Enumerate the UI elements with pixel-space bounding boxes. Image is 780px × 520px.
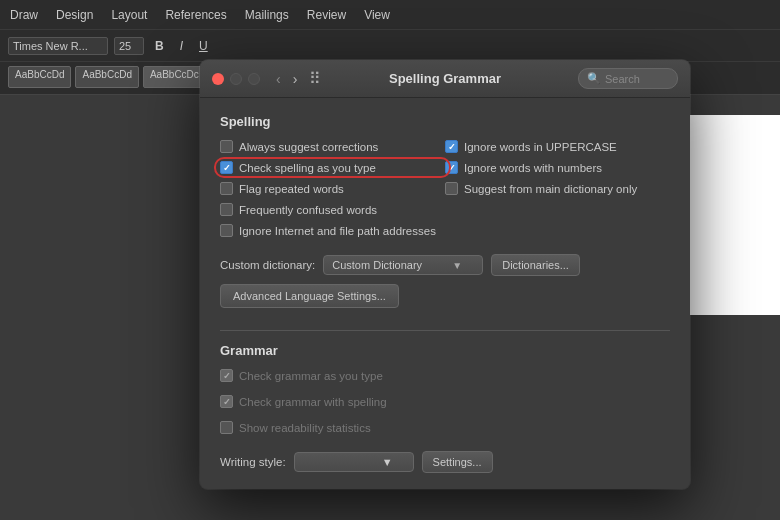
option-ignore-numbers: Ignore words with numbers <box>445 160 670 175</box>
checkbox-always-suggest[interactable] <box>220 140 233 153</box>
dictionaries-button[interactable]: Dictionaries... <box>491 254 580 276</box>
option-confused-words: Frequently confused words <box>220 202 445 217</box>
menu-references[interactable]: References <box>165 8 226 22</box>
menu-view[interactable]: View <box>364 8 390 22</box>
option-ignore-internet: Ignore Internet and file path addresses <box>220 223 445 238</box>
grammar-header: Grammar <box>220 343 670 358</box>
writing-style-row: Writing style: ▼ Settings... <box>220 451 670 473</box>
font-toolbar: B I U <box>0 30 780 62</box>
format-italic[interactable]: I <box>175 37 188 55</box>
traffic-lights <box>212 73 260 85</box>
label-confused-words: Frequently confused words <box>239 204 377 216</box>
checkbox-grammar-spelling[interactable] <box>220 395 233 408</box>
option-grammar-type: Check grammar as you type <box>220 368 670 383</box>
spelling-options-right: Ignore words in UPPERCASE Ignore words w… <box>445 139 670 244</box>
writing-style-select[interactable]: ▼ <box>294 452 414 472</box>
menu-draw[interactable]: Draw <box>10 8 38 22</box>
label-suggest-main-dict: Suggest from main dictionary only <box>464 183 637 195</box>
option-check-spelling: Check spelling as you type <box>220 160 445 175</box>
custom-dict-select[interactable]: Custom Dictionary ▼ <box>323 255 483 275</box>
search-placeholder: Search <box>605 73 640 85</box>
writing-style-label: Writing style: <box>220 456 286 468</box>
dialog-titlebar: ‹ › ⠿ Spelling Grammar 🔍 Search <box>200 60 690 98</box>
custom-dict-label: Custom dictionary: <box>220 259 315 271</box>
checkbox-suggest-main-dict[interactable] <box>445 182 458 195</box>
option-suggest-main-dict: Suggest from main dictionary only <box>445 181 670 196</box>
back-arrow[interactable]: ‹ <box>272 71 285 87</box>
ribbon-menu-bar: Draw Design Layout References Mailings R… <box>0 0 780 30</box>
advanced-language-settings-button[interactable]: Advanced Language Settings... <box>220 284 399 308</box>
spelling-options-left: Always suggest corrections Check spellin… <box>220 139 445 244</box>
label-ignore-uppercase: Ignore words in UPPERCASE <box>464 141 617 153</box>
minimize-button[interactable] <box>230 73 242 85</box>
writing-style-arrow-icon: ▼ <box>382 456 393 468</box>
option-ignore-uppercase: Ignore words in UPPERCASE <box>445 139 670 154</box>
spelling-grammar-dialog: ‹ › ⠿ Spelling Grammar 🔍 Search Spelling… <box>200 60 690 489</box>
option-flag-repeated: Flag repeated words <box>220 181 445 196</box>
checkbox-confused-words[interactable] <box>220 203 233 216</box>
checkbox-ignore-numbers[interactable] <box>445 161 458 174</box>
dict-select-arrow-icon: ▼ <box>452 260 462 271</box>
menu-mailings[interactable]: Mailings <box>245 8 289 22</box>
font-name-input[interactable] <box>8 37 108 55</box>
menu-layout[interactable]: Layout <box>111 8 147 22</box>
search-icon: 🔍 <box>587 72 601 85</box>
checkbox-check-spelling[interactable] <box>220 161 233 174</box>
style-normal[interactable]: AaBbCcDd <box>8 66 71 88</box>
label-readability: Show readability statistics <box>239 422 371 434</box>
label-always-suggest: Always suggest corrections <box>239 141 378 153</box>
label-ignore-numbers: Ignore words with numbers <box>464 162 602 174</box>
nav-arrows: ‹ › <box>272 71 301 87</box>
custom-dictionary-row: Custom dictionary: Custom Dictionary ▼ D… <box>220 254 670 276</box>
maximize-button[interactable] <box>248 73 260 85</box>
grid-icon[interactable]: ⠿ <box>309 69 321 88</box>
checkbox-ignore-uppercase[interactable] <box>445 140 458 153</box>
dialog-content: Spelling Always suggest corrections Chec… <box>200 98 690 489</box>
label-grammar-type: Check grammar as you type <box>239 370 383 382</box>
dialog-title: Spelling Grammar <box>389 71 501 86</box>
close-button[interactable] <box>212 73 224 85</box>
label-flag-repeated: Flag repeated words <box>239 183 344 195</box>
search-box[interactable]: 🔍 Search <box>578 68 678 89</box>
option-readability: Show readability statistics <box>220 420 670 435</box>
format-bold[interactable]: B <box>150 37 169 55</box>
option-always-suggest: Always suggest corrections <box>220 139 445 154</box>
custom-dict-value: Custom Dictionary <box>332 259 422 271</box>
checkbox-ignore-internet[interactable] <box>220 224 233 237</box>
checkbox-grammar-type[interactable] <box>220 369 233 382</box>
menu-design[interactable]: Design <box>56 8 93 22</box>
checkbox-flag-repeated[interactable] <box>220 182 233 195</box>
spelling-options-grid: Always suggest corrections Check spellin… <box>220 139 670 244</box>
style-heading1[interactable]: AaBbCcDd <box>75 66 138 88</box>
font-size-input[interactable] <box>114 37 144 55</box>
settings-button[interactable]: Settings... <box>422 451 493 473</box>
label-grammar-spelling: Check grammar with spelling <box>239 396 387 408</box>
label-ignore-internet: Ignore Internet and file path addresses <box>239 225 436 237</box>
style-heading2[interactable]: AaBbCcDc <box>143 66 206 88</box>
checkbox-readability[interactable] <box>220 421 233 434</box>
spelling-header: Spelling <box>220 114 670 129</box>
forward-arrow[interactable]: › <box>289 71 302 87</box>
grammar-options: Check grammar as you type Check grammar … <box>220 368 670 441</box>
format-underline[interactable]: U <box>194 37 213 55</box>
menu-review[interactable]: Review <box>307 8 346 22</box>
option-grammar-spelling: Check grammar with spelling <box>220 394 670 409</box>
label-check-spelling: Check spelling as you type <box>239 162 376 174</box>
section-divider <box>220 330 670 331</box>
